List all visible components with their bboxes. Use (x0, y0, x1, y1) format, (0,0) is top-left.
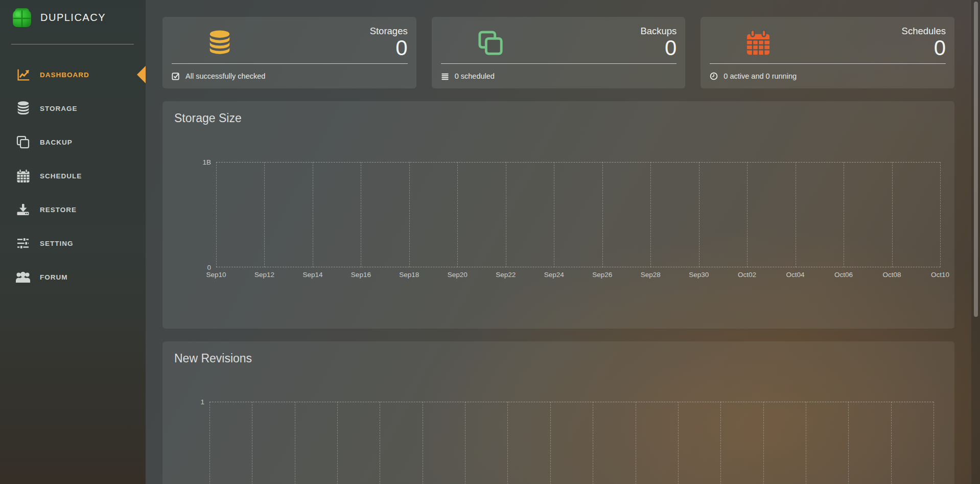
storage-size-panel: Storage Size 1B 0 Sep10Sep12Sep14Sep16Se… (162, 101, 954, 329)
sidebar-item-backup[interactable]: BACKUP (0, 125, 146, 159)
chart-gridline (423, 402, 423, 484)
x-axis-label: Oct04 (786, 271, 805, 279)
chart-gridline (602, 162, 603, 267)
chart-gridline (699, 162, 699, 267)
download-tray-icon (15, 203, 31, 216)
sliders-icon (15, 237, 31, 250)
card-footer-text: All successfully checked (185, 72, 265, 80)
chart-gridline (892, 162, 893, 267)
x-axis-label: Sep24 (544, 271, 564, 279)
chart-gridline (216, 162, 217, 267)
main-content: Storages 0 All successfully checked (162, 0, 954, 484)
new-revisions-panel: New Revisions 1 (162, 341, 954, 484)
sidebar-item-schedule[interactable]: SCHEDULE (0, 159, 146, 193)
sidebar: DUPLICACY DASHBOARD (0, 0, 146, 484)
sidebar-item-restore[interactable]: RESTORE (0, 193, 146, 226)
chart-gridline (337, 402, 338, 484)
chart-gridline (848, 402, 849, 484)
y-axis-label: 0 (207, 264, 211, 271)
card-footer: All successfully checked (172, 64, 265, 88)
chart-gridline (550, 402, 551, 484)
card-footer-text: 0 scheduled (455, 72, 495, 80)
chart-gridline (636, 402, 636, 484)
storages-card[interactable]: Storages 0 All successfully checked (162, 17, 416, 88)
database-icon (15, 101, 31, 116)
card-footer-text: 0 active and 0 running (724, 72, 797, 80)
x-axis-label: Sep10 (206, 271, 226, 279)
x-axis-label: Oct08 (883, 271, 901, 279)
sidebar-item-dashboard[interactable]: DASHBOARD (0, 58, 146, 91)
users-icon (15, 271, 31, 283)
chart-gridline (650, 162, 651, 267)
copy-icon (478, 30, 503, 58)
sidebar-item-label: RESTORE (40, 206, 77, 214)
chart-gridline (891, 402, 892, 484)
chart-gridline-bottom (216, 267, 940, 267)
chart-gridline (720, 402, 721, 484)
sidebar-item-storage[interactable]: STORAGE (0, 91, 146, 125)
chart-gridline (844, 162, 844, 267)
sidebar-item-setting[interactable]: SETTING (0, 226, 146, 260)
x-axis-label: Oct06 (834, 271, 853, 279)
duplicacy-logo-icon (11, 7, 33, 28)
x-axis-label: Sep16 (351, 271, 371, 279)
calendar-icon (746, 30, 770, 58)
panel-title: Storage Size (174, 111, 242, 125)
scrollbar-track[interactable] (971, 0, 980, 484)
chart-gridline (252, 402, 252, 484)
card-title: Backups (640, 26, 676, 37)
schedules-card[interactable]: Schedules 0 0 active and 0 running (701, 17, 954, 88)
active-item-arrow (137, 66, 146, 83)
y-axis-label: 1 (200, 398, 204, 406)
new-revisions-chart: 1 (209, 402, 934, 484)
x-axis-label: Oct02 (738, 271, 756, 279)
list-icon (441, 73, 449, 80)
sidebar-item-label: SETTING (40, 240, 74, 247)
chart-gridline (934, 402, 934, 484)
sidebar-item-label: BACKUP (40, 139, 73, 146)
chart-gridline (554, 162, 554, 267)
x-axis-label: Sep20 (448, 271, 468, 279)
calendar-icon (15, 169, 31, 183)
card-title: Storages (370, 26, 408, 37)
x-axis-label: Sep14 (302, 271, 322, 279)
sidebar-item-forum[interactable]: FORUM (0, 260, 146, 294)
chart-gridline (678, 402, 679, 484)
x-axis-label: Sep30 (689, 271, 709, 279)
sidebar-nav: DASHBOARD STORAGE BACKUP (0, 58, 146, 294)
storage-size-chart: 1B 0 Sep10Sep12Sep14Sep16Sep18Sep20Sep22… (216, 162, 940, 267)
sidebar-item-label: DASHBOARD (40, 71, 89, 79)
app-logo-row[interactable]: DUPLICACY (11, 7, 106, 28)
x-axis-label: Sep22 (496, 271, 516, 279)
chart-gridline-top (209, 402, 934, 402)
x-axis-label: Oct10 (931, 271, 949, 279)
card-title: Schedules (902, 26, 946, 37)
chart-gridline (409, 162, 410, 267)
chart-gridline (507, 402, 508, 484)
panel-title: New Revisions (174, 352, 252, 365)
y-axis-label: 1B (202, 158, 211, 166)
card-footer: 0 active and 0 running (710, 64, 797, 88)
database-icon (208, 30, 231, 58)
chart-gridline (380, 402, 380, 484)
chart-gridline (593, 402, 593, 484)
dashboard-chart-icon (15, 68, 31, 82)
check-square-icon (172, 72, 180, 80)
chart-gridline (940, 162, 941, 267)
card-footer: 0 scheduled (441, 64, 495, 88)
chart-gridline (506, 162, 506, 267)
chart-gridline (763, 402, 764, 484)
chart-gridline (361, 162, 361, 267)
backups-card[interactable]: Backups 0 0 scheduled (432, 17, 686, 88)
chart-gridline (295, 402, 295, 484)
chart-gridline (209, 402, 210, 484)
chart-gridline (747, 162, 748, 267)
x-axis-label: Sep28 (641, 271, 661, 279)
chart-gridline (264, 162, 265, 267)
chart-gridline (806, 402, 806, 484)
x-axis-label: Sep26 (592, 271, 612, 279)
sidebar-item-label: SCHEDULE (40, 172, 82, 180)
scrollbar-thumb[interactable] (974, 2, 978, 317)
chart-gridline-top (216, 162, 940, 163)
card-value: 0 (934, 36, 946, 60)
